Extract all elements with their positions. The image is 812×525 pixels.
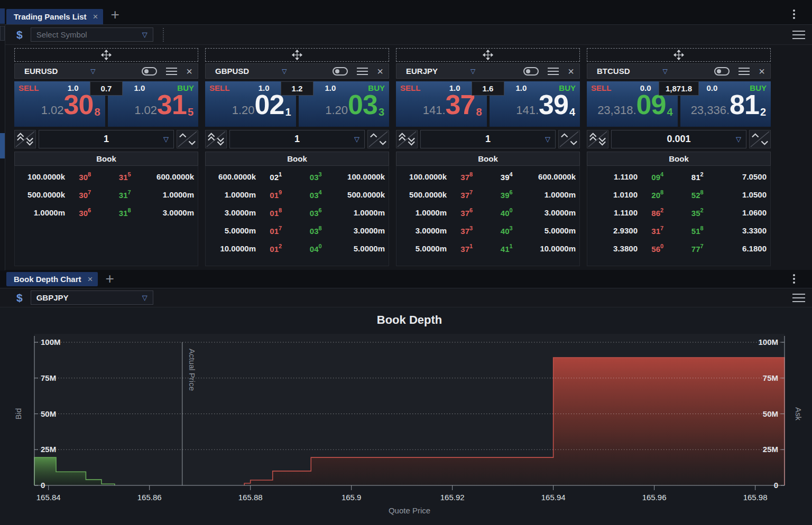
quantity-dropdown-icon[interactable]: ▽ (545, 135, 550, 143)
symbol-toolbar: $ Select Symbol ▽ (0, 25, 812, 45)
buy-price-big: 03 (348, 90, 377, 119)
tab-close-icon[interactable]: × (93, 12, 98, 21)
panel-drag-handle[interactable] (205, 48, 389, 62)
bid-price: 377 (447, 190, 487, 200)
kebab-menu-icon[interactable] (791, 7, 797, 21)
book-rows: 1.1100 094 812 7.0500 1.0100 208 528 1.0… (587, 166, 771, 266)
book-row[interactable]: 100.0000k 308 315 600.0000k (15, 167, 198, 185)
book-row[interactable]: 1.0000m 019 034 500.0000k (206, 185, 389, 203)
quantity-dropdown-icon[interactable]: ▽ (163, 135, 169, 143)
left-edge-partial-tab (0, 8, 5, 24)
symbol-select[interactable]: Select Symbol ▽ (31, 27, 153, 42)
book-row[interactable]: 2.9300 317 518 3.3300 (587, 221, 770, 239)
quantity-row: 0.001 ▽ (587, 130, 771, 148)
quantity-input[interactable]: 1 ▽ (39, 130, 174, 148)
panel-drag-handle[interactable] (396, 48, 580, 62)
book-depth-chart: 0025M25M50M50M75M75M100M100M165.84165.86… (0, 307, 812, 525)
qty-step-small-button[interactable] (177, 130, 198, 148)
toggle-icon[interactable] (333, 67, 348, 76)
qty-step-small-button[interactable] (558, 130, 580, 148)
panel-close-icon[interactable]: × (759, 66, 765, 77)
toggle-icon[interactable] (523, 67, 539, 76)
book-row[interactable]: 1.1100 862 352 1.0600 (587, 203, 770, 221)
bid-price: 017 (256, 226, 296, 236)
spread-box: 1,871.8 (659, 81, 699, 96)
ask-price: 403 (487, 226, 527, 236)
qty-step-large-button[interactable] (396, 130, 418, 148)
sell-label: SELL (400, 83, 420, 92)
toggle-icon[interactable] (714, 67, 730, 76)
add-tab-icon[interactable]: + (105, 273, 114, 285)
symbol-dropdown-icon[interactable]: ▽ (470, 68, 475, 75)
ask-qty: 3.0000m (145, 208, 198, 217)
move-icon (673, 50, 684, 60)
quantity-input[interactable]: 1 ▽ (229, 130, 365, 148)
tab-close-icon[interactable]: × (88, 275, 93, 284)
book-row[interactable]: 3.0000m 018 036 1.0000m (206, 203, 389, 221)
symbol-search-icon: $ (16, 29, 23, 41)
tab-trading-panels-list[interactable]: Trading Panels List × (6, 9, 103, 24)
quantity-dropdown-icon[interactable]: ▽ (736, 135, 741, 143)
book-row[interactable]: 10.0000m 012 040 5.0000m (206, 239, 389, 257)
book-row[interactable]: 3.0000m 373 403 5.0000m (396, 221, 579, 239)
panel-close-icon[interactable]: × (377, 66, 383, 77)
panel-header: GBPUSD ▽ × (205, 63, 389, 79)
buy-qty: 1.0 (325, 83, 336, 92)
ask-price: 411 (487, 243, 527, 254)
panel-drag-handle[interactable] (587, 48, 771, 62)
hamburger-menu-icon[interactable] (792, 293, 805, 303)
book-row[interactable]: 1.0100 208 528 1.0500 (587, 185, 770, 203)
book-row[interactable]: 3.3800 560 777 6.1800 (587, 239, 770, 257)
bid-qty: 1.0000m (396, 208, 447, 217)
buy-qty: 1.0 (516, 83, 527, 92)
panel-menu-icon[interactable] (357, 68, 368, 75)
qty-step-large-button[interactable] (587, 130, 608, 148)
book-row[interactable]: 5.0000m 017 038 3.0000m (206, 221, 389, 239)
bid-qty: 2.9300 (587, 226, 638, 235)
symbol-dropdown-icon[interactable]: ▽ (90, 68, 95, 75)
kebab-menu-icon[interactable] (791, 272, 797, 286)
quantity-value: 0.001 (612, 134, 746, 145)
panel-close-icon[interactable]: × (186, 66, 192, 77)
quantity-dropdown-icon[interactable]: ▽ (354, 135, 359, 143)
qty-step-small-button[interactable] (367, 130, 389, 148)
book-row[interactable]: 500.0000k 377 396 1.0000m (396, 185, 579, 203)
bid-qty: 10.0000m (206, 244, 256, 253)
svg-text:165.9: 165.9 (342, 493, 362, 502)
svg-text:165.86: 165.86 (137, 493, 162, 502)
hamburger-menu-icon[interactable] (792, 30, 805, 40)
quantity-input[interactable]: 1 ▽ (420, 130, 556, 148)
panel-menu-icon[interactable] (739, 68, 750, 75)
qty-step-large-button[interactable] (14, 130, 36, 148)
svg-text:165.94: 165.94 (541, 493, 566, 502)
ask-qty: 7.0500 (717, 172, 770, 181)
bid-qty: 3.0000m (396, 226, 447, 235)
symbol-dropdown-icon[interactable]: ▽ (282, 68, 287, 75)
ask-qty: 1.0500 (717, 190, 770, 199)
book-row[interactable]: 100.0000k 378 394 600.0000k (396, 167, 579, 185)
book-row[interactable]: 1.1100 094 812 7.0500 (587, 167, 770, 185)
book-row[interactable]: 600.0000k 021 033 100.0000k (206, 167, 389, 185)
book-row[interactable]: 1.0000m 306 318 3.0000m (15, 203, 198, 221)
chart-symbol-select[interactable]: GBPJPY ▽ (31, 290, 153, 305)
tab-book-depth-chart[interactable]: Book Depth Chart × (6, 272, 98, 286)
qty-step-large-button[interactable] (205, 130, 227, 148)
panel-menu-icon[interactable] (548, 68, 559, 75)
ask-price: 318 (105, 208, 145, 218)
book-row[interactable]: 5.0000m 371 411 10.0000m (396, 239, 579, 257)
panel-menu-icon[interactable] (166, 68, 177, 75)
panel-drag-handle[interactable] (14, 48, 198, 62)
left-edge-partial-panel (0, 25, 5, 270)
toggle-icon[interactable] (142, 67, 157, 76)
svg-text:165.88: 165.88 (238, 493, 263, 502)
qty-step-small-button[interactable] (749, 130, 771, 148)
book-row[interactable]: 1.0000m 376 400 3.0000m (396, 203, 579, 221)
bid-qty: 3.3800 (587, 244, 638, 253)
quantity-input[interactable]: 0.001 ▽ (611, 130, 746, 148)
panel-close-icon[interactable]: × (568, 66, 574, 77)
ask-price: 528 (678, 190, 718, 200)
symbol-dropdown-icon[interactable]: ▽ (663, 68, 668, 75)
book-row[interactable]: 500.0000k 307 317 1.0000m (15, 185, 198, 203)
add-tab-icon[interactable]: + (110, 9, 119, 21)
book-depth-chart-svg: 0025M25M50M50M75M75M100M100M165.84165.86… (0, 307, 812, 525)
